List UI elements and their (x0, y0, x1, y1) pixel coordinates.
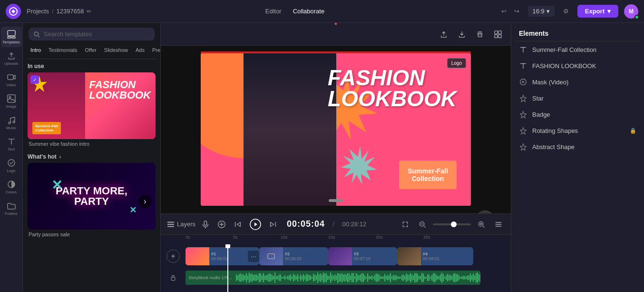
timeline-fit-button[interactable] (399, 219, 412, 230)
svg-rect-13 (495, 30, 498, 33)
upload-button[interactable] (437, 28, 451, 40)
zoom-out-button[interactable] (416, 219, 429, 230)
diamond-element-icon-3 (519, 126, 527, 135)
canvas-toolbar-right (437, 28, 505, 40)
sidebar-item-uploads[interactable]: Uploads (1, 48, 22, 69)
svg-rect-32 (496, 222, 502, 223)
search-input-wrap (29, 28, 155, 40)
sidebar-item-logo[interactable]: Logo (1, 155, 22, 176)
download-button[interactable] (455, 28, 469, 40)
svg-rect-16 (498, 34, 501, 37)
sidebar-item-video[interactable]: Video (1, 70, 22, 90)
collaborate-button[interactable]: Collaborate (293, 8, 325, 15)
layers-section: Layers (166, 220, 195, 229)
aspect-ratio-selector[interactable]: 16:9 ▾ (528, 6, 555, 17)
export-button[interactable]: Export ▾ (577, 5, 618, 18)
sidebar-item-templates[interactable]: Templates (1, 27, 22, 47)
timeline-settings-button[interactable] (492, 219, 505, 230)
text-icon (7, 137, 16, 146)
tab-offer[interactable]: Offer (81, 45, 100, 55)
delete-button[interactable] (473, 28, 487, 40)
video-icon (7, 72, 16, 82)
zoom-in-button[interactable] (475, 219, 488, 230)
diamond-element-icon (519, 94, 527, 102)
element-badge[interactable]: Badge (511, 106, 644, 122)
redo-button[interactable]: ↪ (511, 6, 522, 17)
avatar[interactable]: M (624, 4, 638, 19)
playhead (227, 244, 228, 292)
svg-point-8 (13, 121, 15, 123)
template-card-party[interactable]: PARTY MORE,PARTY ✕ ✕ › Party passes sale (28, 163, 156, 240)
video-segment-3[interactable]: #3 00:07:15 (328, 247, 397, 265)
svg-rect-2 (8, 37, 11, 38)
element-fashion-lookbook[interactable]: FASHION LOOKBOOK (511, 58, 644, 74)
sidebar-item-music[interactable]: Music (1, 112, 22, 133)
audio-segment[interactable]: Storyblock Audio 178... (185, 271, 480, 285)
search-input[interactable] (44, 30, 150, 38)
svg-rect-34 (496, 226, 502, 227)
element-rotating-shapes[interactable]: Rotating Shapes 🔒 (511, 122, 644, 139)
template1-label: Summer vibe fashion intro (28, 139, 156, 150)
whats-hot-section-title[interactable]: What's hot › (28, 153, 156, 160)
segment2-time: 00:06:25 (285, 256, 326, 261)
undo-button[interactable]: ↩ (498, 6, 509, 17)
settings-icon[interactable]: ⚙ (560, 6, 572, 17)
logo-button[interactable]: Logo (447, 58, 466, 68)
sidebar-item-folders[interactable]: Folders (1, 198, 22, 219)
svg-rect-14 (498, 30, 501, 33)
in-use-section-title[interactable]: In use (28, 63, 156, 70)
chevron-right-icon: › (59, 154, 61, 160)
element-summer-fall[interactable]: Summer-Fall Collection (511, 41, 644, 58)
uploads-icon (7, 51, 16, 60)
chat-button[interactable] (476, 211, 495, 213)
skip-back-button[interactable] (232, 218, 244, 231)
tab-slideshow[interactable]: Slideshow (100, 45, 132, 55)
elements-list: Summer-Fall Collection FASHION LOOKBOOK … (511, 41, 644, 155)
canvas-timeline-indicator (329, 199, 343, 202)
tab-testimonials[interactable]: Testimonials (45, 45, 81, 55)
diamond-element-icon-2 (519, 110, 527, 119)
left-sidebar: Templates Uploads Video Image Music Text… (0, 23, 23, 292)
zoom-slider[interactable] (433, 223, 471, 225)
layers-label[interactable]: Layers (177, 221, 195, 228)
add-clip-button[interactable] (215, 218, 228, 231)
zoom-slider-handle[interactable] (451, 222, 457, 227)
video-segment-1[interactable]: #1 00:06:01 ··· (185, 247, 259, 265)
timeline: Layers 00:05:04 / 00:2 (161, 213, 511, 292)
element-star[interactable]: Star (511, 90, 644, 106)
template-next-button[interactable]: › (138, 195, 152, 208)
audio-lock-icon (169, 274, 177, 282)
sidebar-item-colors[interactable]: Colors (1, 177, 22, 197)
playhead-head (225, 244, 230, 248)
segment1-options-button[interactable]: ··· (248, 251, 259, 262)
tab-ads[interactable]: Ads (132, 45, 148, 55)
edit-project-icon[interactable]: ✏ (87, 8, 91, 15)
teal-star-shape (339, 144, 381, 187)
add-video-button[interactable]: + (166, 250, 180, 263)
element-mask-video[interactable]: Mask (Video) (511, 74, 644, 90)
element-abstract-shape[interactable]: Abstract Shape (511, 139, 644, 155)
grid-button[interactable] (491, 28, 505, 40)
sidebar-item-text[interactable]: Text (1, 134, 22, 154)
tab-intro[interactable]: Intro (27, 45, 45, 55)
play-button[interactable] (248, 217, 263, 232)
image-icon (7, 94, 16, 103)
video-track-content: #1 00:06:01 ··· (185, 245, 511, 267)
audio-track: Storyblock Audio 178... (161, 268, 511, 287)
mic-button[interactable] (199, 218, 212, 231)
sidebar-item-image[interactable]: Image (1, 91, 22, 111)
template2-label: Party passes sale (28, 230, 156, 240)
logo-icon (7, 158, 16, 168)
segment-thumb-1 (185, 247, 209, 265)
template-card-fashion[interactable]: FASHIONLOOKBOOK Summer-FallCollection ✓ … (28, 72, 156, 150)
template-thumbnail-party: PARTY MORE,PARTY ✕ ✕ (28, 163, 156, 230)
video-segment-4[interactable]: #4 00:08:01 (397, 247, 473, 265)
templates-content: In use FASHIONLOOKBOOK Summer-FallCollec… (23, 59, 160, 292)
right-panel: Elements Summer-Fall Collection FASHION … (511, 23, 644, 292)
text-element-icon (519, 45, 527, 54)
topbar-center: Editor Collaborate (97, 8, 492, 15)
tab-pres[interactable]: Pres... (148, 45, 160, 55)
skip-forward-button[interactable] (267, 218, 279, 231)
canvas-preview[interactable]: FASHION LOOKBOOK Summer-Fall Collection … (201, 53, 471, 206)
video-segment-2[interactable]: #2 00:06:25 (259, 247, 328, 265)
